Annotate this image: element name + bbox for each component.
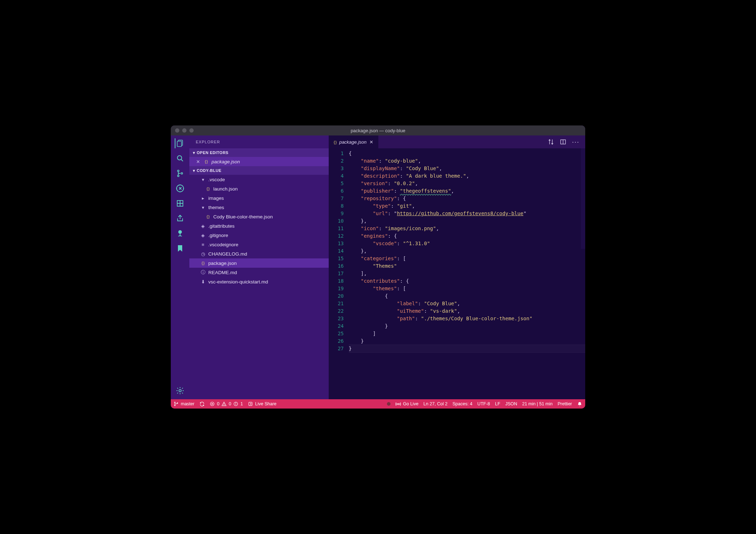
status-sync[interactable] bbox=[199, 401, 205, 407]
svg-point-4 bbox=[178, 170, 179, 172]
code-line: } bbox=[349, 322, 585, 330]
code-line: "repository": { bbox=[349, 195, 585, 202]
activity-bar bbox=[171, 135, 189, 399]
file-tree: ▾.vscodelaunch.json▸images▾themesCody Bl… bbox=[189, 175, 329, 286]
window-title: package.json — cody-blue bbox=[171, 128, 585, 133]
status-spaces[interactable]: Spaces: 4 bbox=[453, 401, 473, 406]
svg-rect-1 bbox=[177, 141, 181, 147]
code-line: "icon": "images/icon.png", bbox=[349, 225, 585, 232]
code-line: { bbox=[349, 292, 585, 300]
status-indicator[interactable] bbox=[387, 402, 391, 406]
code-line: ], bbox=[349, 270, 585, 277]
file-label: .gitignore bbox=[208, 233, 228, 238]
sidebar-title: EXPLORER bbox=[189, 135, 329, 148]
status-problems[interactable]: 0 0 1 bbox=[210, 401, 243, 406]
open-editor-item[interactable]: ✕ package.json bbox=[189, 157, 329, 166]
explorer-icon[interactable] bbox=[175, 138, 185, 148]
editor-actions: ··· bbox=[548, 135, 585, 148]
editor-area: package.json ✕ ··· 123456789101112131415… bbox=[329, 135, 585, 399]
file-tree-item[interactable]: ▾themes bbox=[189, 203, 329, 212]
minimap[interactable] bbox=[581, 148, 585, 399]
clock-file-icon: ◷ bbox=[200, 251, 206, 257]
svg-line-3 bbox=[181, 159, 183, 161]
extensions-icon[interactable] bbox=[175, 198, 185, 208]
file-label: vsc-extension-quickstart.md bbox=[208, 279, 268, 285]
status-cursor[interactable]: Ln 27, Col 2 bbox=[423, 401, 447, 406]
source-control-icon[interactable] bbox=[175, 168, 185, 178]
compare-icon[interactable] bbox=[548, 139, 554, 145]
code-line: "label": "Cody Blue", bbox=[349, 300, 585, 307]
file-tree-item[interactable]: ⓘREADME.md bbox=[189, 268, 329, 277]
status-eol[interactable]: LF bbox=[495, 401, 501, 406]
file-tree-item[interactable]: package.json bbox=[189, 258, 329, 268]
code-line: "contributes": { bbox=[349, 277, 585, 285]
svg-point-5 bbox=[178, 175, 179, 177]
file-tree-item[interactable]: ▸images bbox=[189, 193, 329, 203]
file-label: .gitattributes bbox=[208, 223, 235, 229]
open-editors-header[interactable]: ▾ OPEN EDITORS bbox=[189, 148, 329, 157]
json-file-icon bbox=[203, 159, 209, 164]
sidebar: EXPLORER ▾ OPEN EDITORS ✕ package.json ▾… bbox=[189, 135, 329, 399]
editor[interactable]: 1234567891011121314151617181920212223242… bbox=[329, 148, 585, 399]
more-icon[interactable]: ··· bbox=[572, 138, 580, 146]
file-label: CHANGELOG.md bbox=[208, 251, 247, 257]
search-icon[interactable] bbox=[175, 153, 185, 163]
file-tree-item[interactable]: launch.json bbox=[189, 184, 329, 193]
code-line: "uiTheme": "vs-dark", bbox=[349, 307, 585, 315]
status-liveshare[interactable]: Live Share bbox=[248, 401, 277, 406]
file-label: Cody Blue-color-theme.json bbox=[213, 214, 273, 219]
zoom-dot[interactable] bbox=[189, 128, 194, 133]
file-tree-item[interactable]: ◈.gitignore bbox=[189, 231, 329, 240]
tree-icon[interactable] bbox=[175, 228, 185, 238]
info-file-icon: ⓘ bbox=[200, 269, 206, 276]
file-label: themes bbox=[208, 205, 224, 210]
status-prettier[interactable]: Prettier bbox=[558, 401, 572, 406]
vscode-window: package.json — cody-blue bbox=[171, 125, 585, 409]
line-gutter: 1234567891011121314151617181920212223242… bbox=[329, 148, 349, 399]
window-controls bbox=[171, 128, 194, 133]
status-time[interactable]: 21 min | 51 min bbox=[522, 401, 552, 406]
status-golive[interactable]: Go Live bbox=[396, 401, 418, 407]
tab-bar: package.json ✕ ··· bbox=[329, 135, 585, 148]
file-tree-item[interactable]: ≡.vscodeignore bbox=[189, 240, 329, 249]
file-label: launch.json bbox=[213, 186, 238, 192]
file-tree-item[interactable]: ▾.vscode bbox=[189, 175, 329, 184]
status-encoding[interactable]: UTF-8 bbox=[477, 401, 490, 406]
file-tree-item[interactable]: Cody Blue-color-theme.json bbox=[189, 212, 329, 221]
svg-point-18 bbox=[174, 405, 175, 406]
code-line: "url": "https://github.com/geoffstevens8… bbox=[349, 210, 585, 217]
share-icon[interactable] bbox=[175, 213, 185, 223]
file-tree-item[interactable]: ◷CHANGELOG.md bbox=[189, 249, 329, 258]
svg-rect-11 bbox=[180, 203, 183, 206]
svg-rect-8 bbox=[177, 201, 180, 203]
file-tree-item[interactable]: ⬇vsc-extension-quickstart.md bbox=[189, 277, 329, 286]
code-line: "vscode": "^1.31.0" bbox=[349, 240, 585, 247]
code-line: "type": "git", bbox=[349, 202, 585, 210]
code-content[interactable]: { "name": "cody-blue", "displayName": "C… bbox=[349, 148, 585, 399]
split-editor-icon[interactable] bbox=[560, 139, 566, 145]
open-editor-filename: package.json bbox=[212, 159, 240, 164]
status-branch[interactable]: master bbox=[174, 401, 194, 406]
git-file-icon: ◈ bbox=[200, 223, 206, 229]
project-header[interactable]: ▾ CODY-BLUE bbox=[189, 166, 329, 175]
code-line: "themes": [ bbox=[349, 285, 585, 292]
bookmark-icon[interactable] bbox=[175, 243, 185, 253]
settings-gear-icon[interactable] bbox=[175, 386, 185, 396]
file-tree-item[interactable]: ◈.gitattributes bbox=[189, 221, 329, 231]
svg-point-27 bbox=[398, 403, 399, 405]
close-dot[interactable] bbox=[175, 128, 179, 133]
minimize-dot[interactable] bbox=[182, 128, 186, 133]
file-label: README.md bbox=[208, 270, 237, 275]
chevron-down-icon: ▾ bbox=[200, 177, 206, 182]
debug-icon[interactable] bbox=[175, 183, 185, 193]
svg-rect-10 bbox=[177, 203, 180, 206]
status-lang[interactable]: JSON bbox=[505, 401, 517, 406]
chevron-down-icon: ▾ bbox=[200, 205, 206, 210]
code-line: "path": "./themes/Cody Blue-color-theme.… bbox=[349, 315, 585, 322]
file-label: images bbox=[208, 196, 224, 201]
json-file-icon bbox=[205, 187, 211, 191]
tab-package-json[interactable]: package.json ✕ bbox=[329, 135, 379, 148]
status-bell-icon[interactable] bbox=[577, 401, 582, 407]
close-tab-icon[interactable]: ✕ bbox=[369, 139, 373, 145]
close-icon[interactable]: ✕ bbox=[195, 159, 201, 164]
